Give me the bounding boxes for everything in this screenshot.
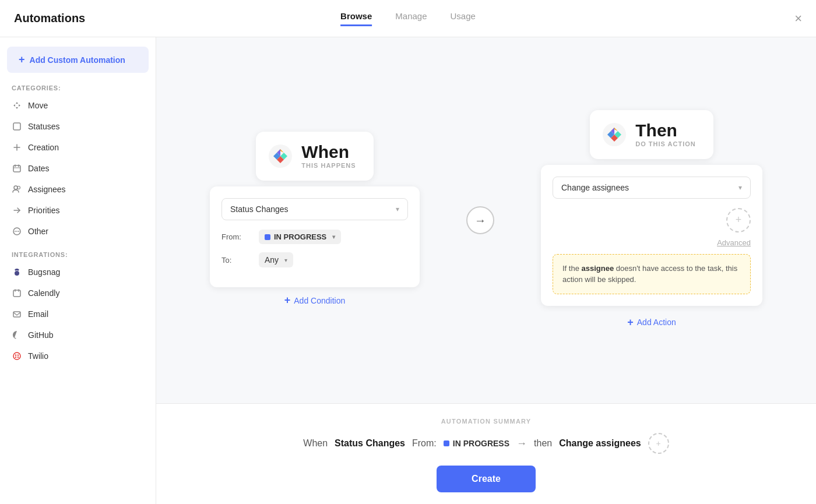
when-card-header: When THIS HAPPENS bbox=[256, 132, 373, 181]
warning-text-prefix: If the bbox=[562, 264, 582, 273]
from-field-row: From: IN PROGRESS ▾ bbox=[221, 230, 408, 244]
add-condition-label: Add Condition bbox=[294, 296, 345, 305]
then-dropdown-box: Change assignees ▾ + Advanced If the ass… bbox=[541, 165, 762, 306]
other-icon bbox=[12, 226, 22, 237]
arrow-circle: → bbox=[466, 206, 494, 234]
from-status-badge[interactable]: IN PROGRESS ▾ bbox=[259, 230, 341, 244]
automation-summary: AUTOMATION SUMMARY When Status Changes F… bbox=[156, 403, 816, 504]
action-type-dropdown[interactable]: Change assignees ▾ bbox=[553, 177, 751, 199]
sidebar-item-creation[interactable]: Creation bbox=[0, 137, 156, 158]
sidebar-item-assignees-label: Assignees bbox=[28, 185, 66, 194]
sidebar-item-statuses-label: Statuses bbox=[28, 122, 59, 131]
summary-when-text: When bbox=[303, 438, 328, 449]
to-any-dropdown[interactable]: Any ▾ bbox=[259, 252, 293, 267]
dropdown-chevron-icon: ▾ bbox=[396, 205, 399, 213]
then-logo bbox=[602, 122, 627, 147]
svg-point-12 bbox=[16, 231, 17, 232]
summary-status-dot-icon bbox=[444, 440, 449, 446]
from-label: From: bbox=[221, 232, 249, 241]
when-card-wrapper: When THIS HAPPENS Status Changes ▾ From: bbox=[210, 132, 420, 309]
sidebar: + Add Custom Automation CATEGORIES: Move… bbox=[0, 37, 156, 504]
add-action-button[interactable]: + Add Action bbox=[627, 314, 676, 331]
summary-arrow-icon: → bbox=[516, 438, 527, 450]
sidebar-item-email[interactable]: Email bbox=[0, 304, 156, 325]
svg-point-11 bbox=[15, 231, 16, 232]
summary-section-label: AUTOMATION SUMMARY bbox=[180, 418, 793, 425]
twilio-icon bbox=[12, 351, 22, 361]
dates-icon bbox=[12, 163, 22, 174]
action-type-value: Change assignees bbox=[561, 183, 629, 192]
tab-browse[interactable]: Browse bbox=[340, 11, 372, 26]
sidebar-item-email-label: Email bbox=[28, 309, 48, 319]
summary-row: When Status Changes From: IN PROGRESS → … bbox=[180, 433, 793, 454]
svg-point-23 bbox=[17, 357, 19, 358]
arrow-connector: → bbox=[466, 206, 494, 234]
svg-point-21 bbox=[17, 354, 19, 355]
svg-rect-18 bbox=[13, 312, 20, 317]
summary-status-changes-text: Status Changes bbox=[335, 438, 405, 449]
summary-status-badge: IN PROGRESS bbox=[444, 439, 509, 448]
sidebar-item-other-label: Other bbox=[28, 227, 48, 236]
sidebar-item-calendly[interactable]: Calendly bbox=[0, 283, 156, 304]
sidebar-item-dates[interactable]: Dates bbox=[0, 158, 156, 179]
from-status-chevron-icon: ▾ bbox=[332, 234, 335, 240]
summary-change-assignees-text: Change assignees bbox=[559, 438, 641, 449]
then-subtitle: DO THIS ACTION bbox=[635, 140, 695, 147]
sidebar-item-statuses[interactable]: Statuses bbox=[0, 116, 156, 137]
create-button[interactable]: Create bbox=[437, 466, 536, 492]
add-action-label: Add Action bbox=[637, 318, 676, 327]
add-assignee-plus-icon: + bbox=[736, 214, 742, 226]
to-chevron-icon: ▾ bbox=[284, 257, 287, 263]
trigger-type-value: Status Changes bbox=[230, 205, 289, 214]
warning-bold-text: assignee bbox=[582, 264, 614, 273]
then-title-block: Then DO THIS ACTION bbox=[635, 122, 695, 147]
when-dropdown-box: Status Changes ▾ From: IN PROGRESS ▾ bbox=[210, 186, 420, 287]
summary-from-text: From: bbox=[412, 438, 437, 449]
svg-point-19 bbox=[13, 353, 20, 360]
close-button[interactable]: × bbox=[794, 11, 802, 26]
right-arrow-icon: → bbox=[474, 214, 486, 227]
svg-rect-15 bbox=[13, 290, 20, 297]
top-nav: Browse Manage Usage bbox=[340, 11, 476, 26]
bugsnag-icon bbox=[12, 267, 22, 277]
trigger-type-dropdown[interactable]: Status Changes ▾ bbox=[221, 198, 408, 220]
automation-builder: When THIS HAPPENS Status Changes ▾ From: bbox=[156, 37, 816, 403]
advanced-link[interactable]: Advanced bbox=[553, 238, 751, 247]
sidebar-item-other[interactable]: Other bbox=[0, 221, 156, 242]
action-dropdown-chevron-icon: ▾ bbox=[738, 184, 742, 192]
creation-icon bbox=[12, 142, 22, 153]
tab-manage[interactable]: Manage bbox=[395, 11, 427, 26]
main-content: When THIS HAPPENS Status Changes ▾ From: bbox=[156, 37, 816, 504]
github-icon bbox=[12, 330, 22, 340]
svg-point-22 bbox=[15, 357, 16, 358]
sidebar-item-bugsnag[interactable]: Bugsnag bbox=[0, 262, 156, 283]
then-title: Then bbox=[635, 122, 695, 139]
when-subtitle: THIS HAPPENS bbox=[301, 162, 356, 169]
to-label: To: bbox=[221, 256, 249, 265]
when-title-block: When THIS HAPPENS bbox=[301, 143, 356, 169]
sidebar-item-dates-label: Dates bbox=[28, 164, 50, 173]
tab-usage[interactable]: Usage bbox=[451, 11, 476, 26]
warning-box: If the assignee doesn't have access to t… bbox=[553, 254, 751, 294]
add-condition-button[interactable]: + Add Condition bbox=[284, 292, 345, 309]
add-custom-automation-button[interactable]: + Add Custom Automation bbox=[7, 47, 149, 73]
add-condition-plus-icon: + bbox=[284, 294, 291, 306]
assignee-placeholder: + bbox=[553, 208, 751, 232]
sidebar-item-twilio[interactable]: Twilio bbox=[0, 346, 156, 366]
add-assignee-button[interactable]: + bbox=[726, 208, 751, 232]
sidebar-item-priorities[interactable]: Priorities bbox=[0, 200, 156, 221]
svg-rect-3 bbox=[13, 165, 20, 172]
sidebar-item-assignees[interactable]: Assignees bbox=[0, 179, 156, 200]
app-title: Automations bbox=[14, 12, 85, 25]
sidebar-item-move-label: Move bbox=[28, 101, 48, 110]
from-status-value: IN PROGRESS bbox=[274, 232, 326, 241]
svg-point-14 bbox=[15, 271, 19, 276]
top-bar: Automations Browse Manage Usage × bbox=[0, 0, 816, 37]
move-icon bbox=[12, 100, 22, 111]
statuses-icon bbox=[12, 121, 22, 132]
priorities-icon bbox=[12, 205, 22, 216]
sidebar-item-move[interactable]: Move bbox=[0, 95, 156, 116]
integrations-label: INTEGRATIONS: bbox=[0, 242, 156, 262]
when-title: When bbox=[301, 143, 356, 161]
sidebar-item-github[interactable]: GitHub bbox=[0, 325, 156, 346]
